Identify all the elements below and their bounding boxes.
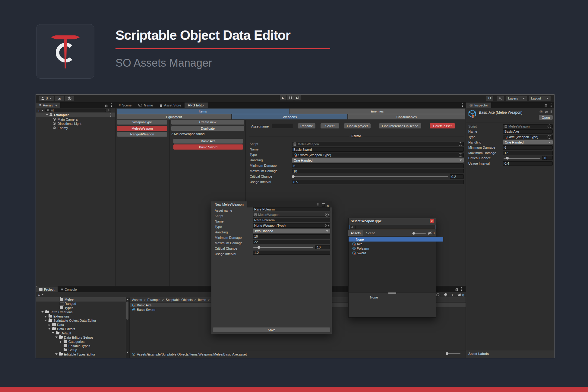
asset-button-basic-sword[interactable]: Basic Sword — [173, 144, 243, 150]
critical-chance-value[interactable]: 0.2 — [450, 174, 464, 179]
hidden-eye-icon[interactable] — [457, 293, 462, 297]
object-picker-icon[interactable] — [459, 153, 462, 157]
hidden-eye-icon[interactable] — [428, 231, 432, 235]
rename-button[interactable]: Rename — [298, 123, 315, 128]
tree-item[interactable]: Melee — [36, 297, 126, 302]
type-button-meleeweapon[interactable]: MeleeWeapon — [117, 126, 167, 131]
help-icon[interactable] — [539, 110, 543, 113]
popup-item-axe[interactable]: {} Axe — [349, 242, 440, 246]
tab-rpg-editor[interactable]: RPG Editor — [185, 103, 208, 108]
hierarchy-item-scene[interactable]: Example* — [36, 112, 115, 117]
scene-kebab-icon[interactable] — [110, 115, 111, 115]
scene-visibility-icon[interactable] — [109, 109, 111, 111]
script-object-field[interactable]: MeleeWeapon — [253, 213, 330, 217]
search-everywhere-button[interactable] — [497, 96, 504, 101]
asset-button-basic-axe[interactable]: Basic Axe — [173, 139, 243, 144]
popup-item-none[interactable]: None — [349, 237, 443, 242]
asset-labels-bar[interactable]: Asset Labels — [466, 350, 554, 358]
hierarchy-search-input[interactable]: All — [45, 109, 106, 112]
critical-chance-slider-track[interactable] — [504, 158, 540, 159]
name-field[interactable]: Rare Polearm — [253, 218, 330, 222]
min-damage-field[interactable]: 10 — [253, 234, 330, 239]
hierarchy-item[interactable]: Enemy — [36, 126, 115, 130]
dialog-title-tab[interactable]: New MeleeWeapon — [211, 201, 247, 207]
tree-item[interactable]: Editable Types — [36, 344, 126, 348]
create-new-button[interactable]: Create new — [171, 120, 244, 125]
expand-arrow-icon[interactable] — [49, 324, 50, 326]
min-damage-field[interactable]: 6 — [503, 145, 553, 150]
hierarchy-item[interactable]: Main Camera — [36, 117, 115, 122]
tab-game[interactable]: Game — [135, 103, 156, 108]
handling-dropdown[interactable]: Two Handed — [253, 229, 330, 233]
object-picker-icon[interactable] — [325, 224, 329, 227]
search-by-type-icon[interactable] — [436, 293, 440, 297]
layout-dropdown[interactable]: Layout — [529, 96, 551, 101]
thumbnail-zoom-slider-track[interactable] — [447, 353, 460, 354]
breadcrumb-segment[interactable]: Example — [147, 298, 166, 302]
critical-chance-slider-track[interactable] — [253, 247, 313, 248]
scroll-down-icon[interactable] — [127, 352, 128, 353]
chevron-down-icon[interactable] — [42, 294, 43, 296]
popup-tab-scene[interactable]: Scene — [363, 230, 378, 236]
tree-item[interactable]: Tetra Creations — [36, 310, 126, 314]
label-tag-icon[interactable] — [444, 293, 447, 297]
project-menu-kebab-icon[interactable] — [461, 289, 462, 289]
handling-dropdown[interactable]: One Handed — [503, 140, 553, 144]
critical-chance-slider-thumb[interactable] — [258, 246, 260, 249]
tab-enemies[interactable]: Enemies — [289, 109, 465, 114]
max-damage-field[interactable]: 12 — [503, 151, 553, 155]
tree-item[interactable]: Setup — [36, 348, 126, 352]
object-picker-icon[interactable] — [548, 135, 551, 139]
layers-dropdown[interactable]: Layers — [506, 96, 527, 101]
tree-item[interactable]: Scriptable Object Data Editor — [36, 318, 126, 323]
tab-asset-store[interactable]: Asset Store — [156, 103, 185, 108]
dialog-kebab-icon[interactable] — [318, 204, 318, 205]
hierarchy-menu-kebab-icon[interactable] — [111, 105, 112, 106]
critical-chance-value[interactable]: 10 — [542, 156, 553, 160]
viewport-menu-kebab-icon[interactable] — [462, 105, 463, 106]
handling-dropdown[interactable]: One Handed — [292, 158, 464, 163]
script-object-field[interactable]: MeleeWeapon — [503, 124, 553, 128]
critical-chance-slider-track[interactable] — [292, 176, 448, 177]
tree-item[interactable]: Data Editors — [36, 327, 126, 331]
critical-chance-slider-thumb[interactable] — [292, 175, 295, 178]
step-button[interactable] — [294, 95, 301, 100]
tab-items[interactable]: Items — [117, 109, 289, 114]
select-button[interactable]: Select — [321, 123, 339, 128]
package-manager-button[interactable] — [65, 96, 74, 101]
expand-arrow-icon[interactable] — [41, 311, 44, 313]
usage-interval-field[interactable]: 1.2 — [253, 251, 330, 255]
tab-scene[interactable]: Scene — [115, 103, 135, 108]
breadcrumb-segment[interactable]: Scriptable Objects — [166, 298, 198, 302]
type-button-rangedweapon[interactable]: RangedWeapon — [117, 132, 167, 137]
maximize-icon[interactable] — [322, 203, 325, 206]
expand-arrow-icon[interactable] — [55, 337, 58, 338]
tree-item[interactable]: Default — [36, 331, 126, 335]
name-field[interactable]: Basic Sword — [292, 147, 464, 152]
max-damage-field[interactable]: 10 — [292, 169, 464, 173]
tab-weapons[interactable]: Weapons — [232, 114, 347, 119]
breadcrumb-segment[interactable]: Assets — [132, 298, 147, 302]
expand-arrow-icon[interactable] — [45, 315, 46, 318]
duplicate-button[interactable]: Duplicate — [171, 126, 244, 131]
popup-splitter[interactable] — [349, 292, 436, 293]
tree-item[interactable]: Types — [36, 306, 126, 310]
type-object-field[interactable]: None (Weapon Type) — [253, 223, 330, 228]
script-object-field[interactable]: MeleeWeapon — [292, 142, 464, 146]
object-picker-icon[interactable] — [325, 213, 329, 217]
tree-item[interactable]: Data Editors Setups — [36, 335, 126, 340]
favorites-star-icon[interactable] — [451, 292, 454, 298]
usage-interval-field[interactable]: 0.4 — [503, 161, 553, 166]
expand-arrow-icon[interactable] — [60, 341, 62, 343]
scroll-up-icon[interactable] — [127, 299, 128, 300]
open-button[interactable]: Open — [539, 115, 553, 120]
lock-icon[interactable] — [105, 104, 108, 107]
tree-item[interactable]: Categories — [36, 340, 126, 344]
popup-zoom-slider[interactable] — [411, 232, 426, 235]
tree-item[interactable]: Extensions — [36, 314, 126, 318]
account-button[interactable]: S — [39, 96, 54, 101]
tab-consumables[interactable]: Consumables — [348, 114, 465, 119]
type-object-field[interactable]: {} Sword (Weapon Type) — [292, 153, 464, 157]
find-references-button[interactable]: Find references in scene — [379, 123, 421, 128]
max-damage-field[interactable]: 22 — [253, 240, 330, 244]
